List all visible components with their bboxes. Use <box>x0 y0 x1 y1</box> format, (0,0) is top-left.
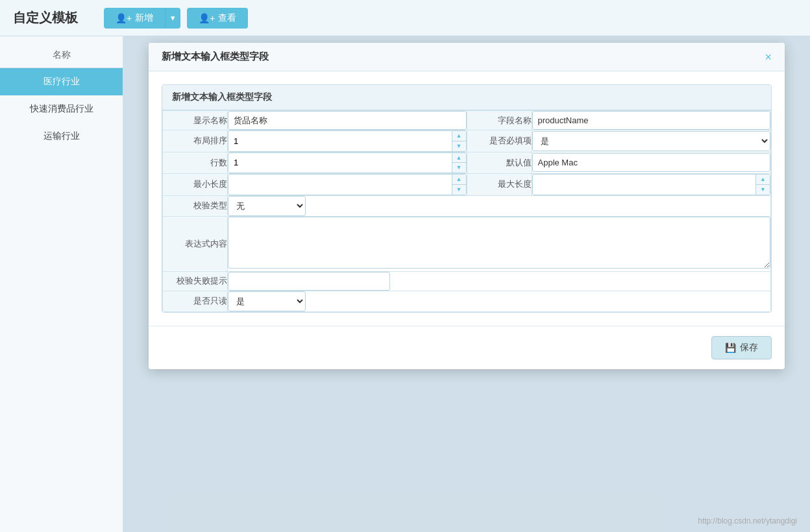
expression-cell <box>228 216 771 271</box>
sidebar: 名称 医疗行业 快速消费品行业 运输行业 <box>0 36 123 532</box>
max-length-spinner-buttons: ▲ ▼ <box>755 175 770 195</box>
rows-cell: ▲ ▼ <box>228 152 467 174</box>
readonly-select[interactable]: 是 否 <box>228 291 306 311</box>
default-cell <box>532 152 771 174</box>
min-length-label: 最小长度 <box>163 174 228 196</box>
required-label: 是否必填项 <box>467 130 532 152</box>
display-name-cell <box>228 111 467 130</box>
table-row: 是否只读 是 否 <box>163 291 771 311</box>
table-row: 校验类型 无 数字 邮箱 手机号 <box>163 195 771 216</box>
required-select[interactable]: 是 否 <box>532 131 771 151</box>
layout-order-up-button[interactable]: ▲ <box>452 131 466 141</box>
readonly-cell: 是 否 <box>228 291 771 311</box>
fail-hint-label: 校验失败提示 <box>163 271 228 291</box>
table-row: 布局排序 ▲ ▼ <box>163 130 771 152</box>
layout-order-label: 布局排序 <box>163 130 228 152</box>
table-row: 最小长度 ▲ ▼ <box>163 174 771 196</box>
min-length-down-button[interactable]: ▼ <box>452 184 466 195</box>
max-length-spinner: ▲ ▼ <box>532 174 771 195</box>
expression-label: 表达式内容 <box>163 216 228 271</box>
header-buttons: 👤+ 新增 ▾ 👤+ 查看 <box>104 8 248 29</box>
max-length-input[interactable] <box>533 176 756 193</box>
max-length-cell: ▲ ▼ <box>532 174 771 196</box>
add-button[interactable]: 👤+ 新增 <box>104 8 165 29</box>
rows-label: 行数 <box>163 152 228 174</box>
sidebar-item-medical[interactable]: 医疗行业 <box>0 68 123 95</box>
sidebar-column-header: 名称 <box>0 43 123 68</box>
modal-close-button[interactable]: × <box>765 51 772 63</box>
rows-down-button[interactable]: ▼ <box>452 162 466 173</box>
min-length-input[interactable] <box>228 176 452 193</box>
modal-overlay: 新增文本输入框类型字段 × 新增文本输入框类型字段 显示名称 <box>123 36 810 532</box>
add-button-group: 👤+ 新增 ▾ <box>104 8 180 29</box>
modal-title: 新增文本输入框类型字段 <box>162 51 269 63</box>
default-input[interactable] <box>532 153 771 172</box>
expression-textarea[interactable] <box>228 217 770 269</box>
layout-order-down-button[interactable]: ▼ <box>452 141 466 151</box>
default-label: 默认值 <box>467 152 532 174</box>
table-row: 表达式内容 <box>163 216 771 271</box>
table-row: 校验失败提示 <box>163 271 771 291</box>
required-cell: 是 否 <box>532 130 771 152</box>
layout-order-spinner-buttons: ▲ ▼ <box>452 131 466 151</box>
modal-body: 新增文本输入框类型字段 显示名称 字段名称 <box>149 71 785 326</box>
min-length-spinner-buttons: ▲ ▼ <box>452 175 466 195</box>
main-content: 新增文本输入框类型字段 × 新增文本输入框类型字段 显示名称 <box>123 36 810 532</box>
sidebar-item-fmcg[interactable]: 快速消费品行业 <box>0 95 123 123</box>
fail-hint-input[interactable] <box>228 272 390 291</box>
validation-label: 校验类型 <box>163 195 228 216</box>
modal-dialog: 新增文本输入框类型字段 × 新增文本输入框类型字段 显示名称 <box>149 43 785 369</box>
min-length-spinner: ▲ ▼ <box>228 174 467 195</box>
table-row: 显示名称 字段名称 <box>163 111 771 130</box>
layout-order-cell: ▲ ▼ <box>228 130 467 152</box>
field-name-label: 字段名称 <box>467 111 532 130</box>
readonly-label: 是否只读 <box>163 291 228 311</box>
inner-panel: 新增文本输入框类型字段 显示名称 字段名称 <box>162 84 772 313</box>
modal-footer: 💾 保存 <box>149 326 785 369</box>
rows-spinner-buttons: ▲ ▼ <box>452 153 466 173</box>
rows-input[interactable] <box>228 154 452 171</box>
min-length-cell: ▲ ▼ <box>228 174 467 196</box>
rows-up-button[interactable]: ▲ <box>452 153 466 163</box>
save-button[interactable]: 💾 保存 <box>711 336 772 359</box>
validation-cell: 无 数字 邮箱 手机号 <box>228 195 771 216</box>
page-title: 自定义模板 <box>13 9 78 27</box>
fail-hint-cell <box>228 271 771 291</box>
rows-spinner: ▲ ▼ <box>228 152 467 174</box>
table-row: 行数 ▲ ▼ <box>163 152 771 174</box>
min-length-up-button[interactable]: ▲ <box>452 175 466 184</box>
page-background: 自定义模板 👤+ 新增 ▾ 👤+ 查看 名称 医疗行业 快速消费品行业 <box>0 0 810 532</box>
validation-select[interactable]: 无 数字 邮箱 手机号 <box>228 196 306 216</box>
field-name-cell <box>532 111 771 130</box>
add-dropdown-button[interactable]: ▾ <box>165 8 180 29</box>
inner-panel-header: 新增文本输入框类型字段 <box>162 85 771 110</box>
layout-order-input[interactable] <box>228 132 452 150</box>
header: 自定义模板 👤+ 新增 ▾ 👤+ 查看 <box>0 0 810 36</box>
max-length-label: 最大长度 <box>467 174 532 196</box>
watermark: http://blog.csdn.net/ytangdigi <box>698 516 797 526</box>
modal-header: 新增文本输入框类型字段 × <box>149 43 785 71</box>
sidebar-item-transport[interactable]: 运输行业 <box>0 123 123 150</box>
max-length-down-button[interactable]: ▼ <box>756 184 770 195</box>
view-button[interactable]: 👤+ 查看 <box>187 8 248 29</box>
display-name-label: 显示名称 <box>163 111 228 130</box>
display-name-input[interactable] <box>228 111 467 130</box>
add-icon: 👤+ <box>116 13 132 23</box>
save-icon: 💾 <box>725 343 736 353</box>
form-table: 显示名称 字段名称 <box>162 110 771 312</box>
view-icon: 👤+ <box>199 13 215 23</box>
layout: 名称 医疗行业 快速消费品行业 运输行业 新增文本输入框类型字段 × <box>0 36 810 532</box>
field-name-input[interactable] <box>532 111 771 130</box>
max-length-up-button[interactable]: ▲ <box>756 175 770 184</box>
layout-order-spinner: ▲ ▼ <box>228 130 467 152</box>
